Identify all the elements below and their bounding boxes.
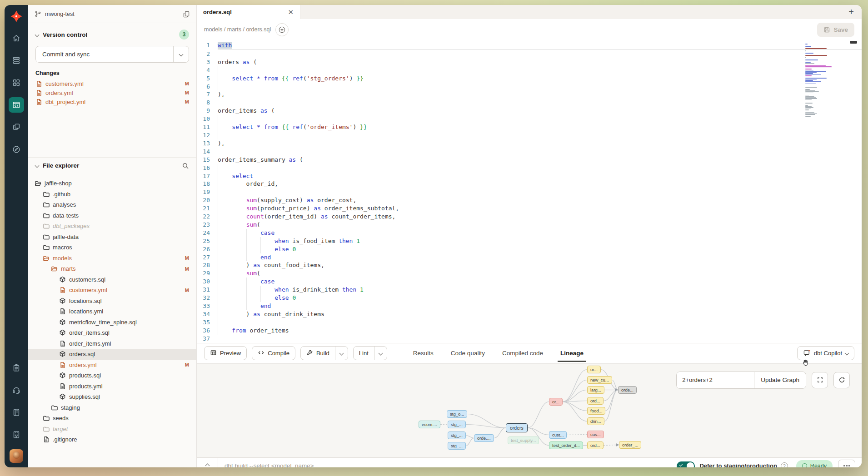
lint-options-caret[interactable] xyxy=(374,347,387,360)
collapse-command-bar-button[interactable] xyxy=(197,464,218,467)
tree-item-seeds[interactable]: seeds xyxy=(28,413,196,424)
tree-item-analyses[interactable]: analyses xyxy=(28,199,196,210)
tree-item-dbt-packages[interactable]: dbt_packages xyxy=(28,221,196,232)
tree-item-order-items-yml[interactable]: order_items.yml xyxy=(28,338,196,349)
projects-windows-icon[interactable] xyxy=(9,119,24,135)
develop-ide-icon[interactable] xyxy=(9,97,24,113)
lineage-node-y7[interactable]: ord... xyxy=(587,441,604,449)
tree-item-supplies-sql[interactable]: supplies.sql xyxy=(28,392,196,402)
deploy-stack-icon[interactable] xyxy=(9,53,24,68)
tree-item-products-yml[interactable]: products.yml xyxy=(28,381,196,392)
tab-compiled-code[interactable]: Compiled code xyxy=(501,344,544,362)
more-options-button[interactable] xyxy=(838,460,855,467)
lineage-node-ordgray[interactable]: orde... xyxy=(618,386,637,394)
tree-item-orders-yml[interactable]: orders.ymlM xyxy=(28,360,196,371)
new-tab-button[interactable]: + xyxy=(841,5,862,19)
tab-orders-sql[interactable]: orders.sql ✕ xyxy=(197,5,300,19)
scrollbar-thumb[interactable] xyxy=(850,41,857,44)
lineage-edge xyxy=(467,414,506,428)
lint-button[interactable]: Lint xyxy=(353,346,387,360)
lineage-node-y6[interactable]: drin... xyxy=(587,417,604,425)
lineage-node-y1[interactable]: or... xyxy=(587,366,601,373)
tree-item-customers-sql[interactable]: customers.sql xyxy=(28,274,196,285)
tree-item-marts[interactable]: martsM xyxy=(28,263,196,274)
lineage-node-testoi[interactable]: test_order_it... xyxy=(549,441,583,449)
lineage-node-y3[interactable]: larg... xyxy=(587,386,604,394)
organization-building-icon[interactable] xyxy=(9,427,24,442)
tree-item-products-sql[interactable]: products.sql xyxy=(28,370,196,381)
lineage-node-y4[interactable]: ord... xyxy=(587,397,604,405)
command-input[interactable] xyxy=(218,462,677,467)
docs-compass-button[interactable] xyxy=(275,23,289,36)
lineage-node-stg1[interactable]: stg_o... xyxy=(447,410,467,418)
minimap[interactable] xyxy=(805,44,834,118)
tree-item--github[interactable]: .github xyxy=(28,189,196,200)
tree-item-locations-sql[interactable]: locations.sql xyxy=(28,296,196,307)
home-icon[interactable] xyxy=(9,30,24,46)
preview-button[interactable]: Preview xyxy=(204,346,247,360)
close-tab-icon[interactable]: ✕ xyxy=(288,9,294,15)
save-button[interactable]: Save xyxy=(817,23,854,37)
lineage-node-cuspink[interactable]: cus... xyxy=(587,431,604,438)
tree-item-locations-yml[interactable]: locations.yml xyxy=(28,306,196,317)
docs-journal-icon[interactable] xyxy=(9,405,24,420)
tree-item-models[interactable]: modelsM xyxy=(28,253,196,264)
tree-item-data-tests[interactable]: data-tests xyxy=(28,210,196,221)
defer-toggle[interactable] xyxy=(677,461,695,467)
notes-clipboard-icon[interactable] xyxy=(9,360,24,376)
tree-item-jaffle-shop[interactable]: jaffle-shop xyxy=(28,178,196,189)
code-line-16: 16 xyxy=(197,164,862,172)
folder-icon xyxy=(51,404,58,411)
lineage-node-y8[interactable]: order_... xyxy=(619,441,641,449)
user-avatar[interactable] xyxy=(10,449,23,463)
lineage-node-stg3[interactable]: stg_... xyxy=(448,431,466,439)
lineage-node-stg4[interactable]: stg_... xyxy=(448,442,466,450)
code-editor[interactable]: 1with23orders as (45 select * from {{ re… xyxy=(197,40,862,343)
file-explorer-header[interactable]: File explorer xyxy=(28,157,196,174)
tab-results[interactable]: Results xyxy=(412,344,434,362)
lineage-node-orpink[interactable]: or... xyxy=(549,398,563,406)
compile-button[interactable]: Compile xyxy=(252,346,295,360)
lineage-node-testsup[interactable]: test_supply... xyxy=(508,436,539,444)
build-button[interactable]: Build xyxy=(300,346,348,360)
copy-pages-icon[interactable] xyxy=(183,10,190,18)
changed-file[interactable]: orders.ymlM xyxy=(35,88,189,97)
tree-item-macros[interactable]: macros xyxy=(28,242,196,253)
support-headset-icon[interactable] xyxy=(9,382,24,398)
tree-item-jaffle-data[interactable]: jaffle-data xyxy=(28,232,196,243)
modified-badge: M xyxy=(185,288,189,293)
commit-options-caret[interactable] xyxy=(173,46,189,62)
fullscreen-icon[interactable] xyxy=(812,372,828,388)
tree-item-orders-sql[interactable]: orders.sql xyxy=(28,349,196,360)
build-options-caret[interactable] xyxy=(335,347,348,360)
lineage-node-orders[interactable]: orders xyxy=(506,423,528,432)
lineage-node-ordi[interactable]: orde.... xyxy=(474,434,494,442)
refresh-icon[interactable] xyxy=(833,372,850,388)
lineage-node-stg2[interactable]: stg_... xyxy=(448,421,466,428)
code-line-14: 14 xyxy=(197,148,862,156)
commit-and-sync-button[interactable]: Commit and sync xyxy=(35,46,189,63)
update-graph-button[interactable]: Update Graph xyxy=(754,372,806,388)
lineage-node-cust[interactable]: cust... xyxy=(549,431,567,439)
code-line-1: 1with xyxy=(197,41,862,50)
explore-compass-icon[interactable] xyxy=(9,142,24,157)
tree-item-customers-yml[interactable]: customers.ymlM xyxy=(28,285,196,296)
tree-item-target[interactable]: target xyxy=(28,424,196,435)
lineage-filter-input[interactable] xyxy=(677,372,754,388)
lineage-node-y2[interactable]: new_cu... xyxy=(587,376,612,384)
changed-file[interactable]: customers.ymlM xyxy=(35,79,189,88)
tree-item-metricflow-time-spine-sql[interactable]: metricflow_time_spine.sql xyxy=(28,317,196,328)
apps-grid-icon[interactable] xyxy=(9,75,24,90)
tab-lineage[interactable]: Lineage xyxy=(559,344,584,362)
tree-item-staging[interactable]: staging xyxy=(28,402,196,413)
version-control-header[interactable]: Version control 3 xyxy=(35,28,189,41)
lineage-node-y5[interactable]: food... xyxy=(587,407,605,415)
lineage-node-ecom[interactable]: ecom.... xyxy=(419,421,440,428)
tree-item-order-items-sql[interactable]: order_items.sql xyxy=(28,327,196,338)
changed-file[interactable]: dbt_project.ymlM xyxy=(35,97,189,106)
tab-code-quality[interactable]: Code quality xyxy=(450,344,486,362)
code-line-23: 23 sum( xyxy=(197,221,862,229)
tree-item--gitignore[interactable]: .gitignore xyxy=(28,434,196,445)
help-icon[interactable]: ? xyxy=(781,462,788,467)
search-icon[interactable] xyxy=(182,162,189,169)
